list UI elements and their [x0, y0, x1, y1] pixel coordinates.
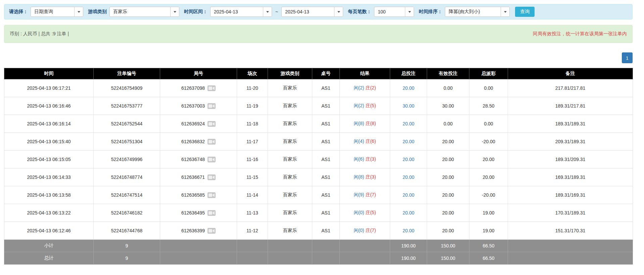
- cell-valid-bet: 0.00: [427, 115, 469, 133]
- total-row-label: 总计: [4, 252, 94, 265]
- chevron-down-icon[interactable]: [263, 7, 272, 16]
- table-body: 2025-04-13 06:17:21522416754909612637098…: [4, 79, 633, 265]
- cell-payout: 20.00: [469, 168, 508, 186]
- total-bet-link[interactable]: 20.00: [403, 85, 414, 91]
- cell-round: 612637098: [160, 79, 237, 97]
- query-type-select[interactable]: 日期查询: [31, 7, 83, 17]
- total-bet-link[interactable]: 30.00: [403, 103, 414, 109]
- cell-round: 612636399: [160, 222, 237, 240]
- time-range-label: 时间区间：: [184, 9, 208, 15]
- query-button[interactable]: 查询: [515, 7, 535, 17]
- date-from-value: 2025-04-13: [211, 9, 241, 14]
- player-result: 闲(2): [354, 85, 364, 90]
- cell-table-no: AS1: [312, 186, 340, 204]
- player-result: 闲(8): [354, 121, 364, 126]
- total-row-result: [340, 252, 390, 265]
- cell-remark: 189.31/209.31: [508, 151, 633, 168]
- round-number: 612636671: [181, 174, 205, 180]
- date-from-picker[interactable]: 2025-04-13: [210, 7, 272, 17]
- subtotal-row-label: 小计: [4, 240, 94, 252]
- cell-time: 2025-04-13 06:17:21: [4, 79, 94, 97]
- cell-result: 闲(0) 庄(7): [340, 222, 390, 240]
- video-replay-icon[interactable]: [208, 103, 216, 109]
- banker-result: 庄(5): [365, 103, 376, 108]
- column-header-time: 时间: [4, 68, 94, 79]
- chevron-down-icon[interactable]: [74, 7, 83, 16]
- chevron-down-icon[interactable]: [405, 7, 414, 16]
- game-type-value: 百家乐: [110, 9, 131, 15]
- video-replay-icon[interactable]: [208, 228, 216, 234]
- banker-result: 庄(7): [365, 228, 376, 233]
- cell-session: 11-14: [237, 186, 268, 204]
- table-row: 2025-04-13 06:17:21522416754909612637098…: [4, 79, 633, 97]
- total-bet-link[interactable]: 20.00: [403, 192, 414, 198]
- table-row: 2025-04-13 06:16:14522416752544612636924…: [4, 115, 633, 133]
- cell-session: 11-20: [237, 79, 268, 97]
- time-sort-select[interactable]: 降冪(由大到小): [445, 7, 510, 17]
- chevron-down-icon[interactable]: [501, 7, 509, 16]
- chevron-down-icon[interactable]: [170, 7, 179, 16]
- cell-result: 闲(4) 庄(6): [340, 133, 390, 151]
- sort-label: 时间排序：: [419, 9, 442, 15]
- player-result: 闲(2): [354, 103, 364, 108]
- cell-round: 612636671: [160, 168, 237, 186]
- table-row: 2025-04-13 06:15:05522416749996612636748…: [4, 151, 633, 168]
- cell-payout: 28.50: [469, 97, 508, 115]
- total-bet-link[interactable]: 20.00: [403, 157, 414, 162]
- total-bet-link[interactable]: 20.00: [403, 121, 414, 126]
- page-size-label: 每页笔数：: [348, 9, 371, 15]
- filter-bar: 请选择： 日期查询 游戏类别 百家乐 时间区间： 2025-04-13 ~ 20…: [4, 4, 633, 19]
- cell-table-no: AS1: [312, 97, 340, 115]
- total-bet-link[interactable]: 20.00: [403, 228, 414, 233]
- cell-game-type: 百家乐: [268, 115, 312, 133]
- video-replay-icon[interactable]: [208, 85, 216, 91]
- cell-valid-bet: 20.00: [427, 151, 469, 168]
- cell-bet-id: 522416747514: [94, 186, 160, 204]
- cell-total-bet: 20.00: [390, 186, 427, 204]
- cell-payout: 19.00: [469, 222, 508, 240]
- cell-total-bet: 20.00: [390, 204, 427, 222]
- cell-remark: 189.31/217.81: [508, 97, 633, 115]
- chevron-down-icon[interactable]: [334, 7, 343, 16]
- cell-payout: 19.00: [469, 204, 508, 222]
- date-to-picker[interactable]: 2025-04-13: [281, 7, 343, 17]
- cell-valid-bet: 0.00: [427, 79, 469, 97]
- cell-game-type: 百家乐: [268, 168, 312, 186]
- game-type-select[interactable]: 百家乐: [109, 7, 179, 17]
- cell-table-no: AS1: [312, 133, 340, 151]
- cell-game-type: 百家乐: [268, 97, 312, 115]
- cell-bet-id: 522416751304: [94, 133, 160, 151]
- page-size-select[interactable]: 100: [374, 7, 414, 17]
- cell-bet-id: 522416754909: [94, 79, 160, 97]
- video-replay-icon[interactable]: [208, 210, 216, 216]
- column-header-table-no: 桌号: [312, 68, 340, 79]
- video-replay-icon[interactable]: [208, 174, 216, 180]
- total-bet-link[interactable]: 20.00: [403, 210, 414, 215]
- date-to-value: 2025-04-13: [282, 9, 313, 14]
- page-button-1[interactable]: 1: [622, 52, 633, 63]
- video-replay-icon[interactable]: [208, 192, 216, 198]
- cell-session: 11-18: [237, 115, 268, 133]
- total-bet-link[interactable]: 20.00: [403, 174, 414, 180]
- subtotal-row-result: [340, 240, 390, 252]
- total-bet-link[interactable]: 20.00: [403, 139, 414, 144]
- video-replay-icon[interactable]: [208, 121, 216, 127]
- total-row-session: [237, 252, 268, 265]
- cell-table-no: AS1: [312, 115, 340, 133]
- cell-result: 闲(9) 庄(7): [340, 186, 390, 204]
- cell-remark: 170.31/189.31: [508, 204, 633, 222]
- video-replay-icon[interactable]: [208, 139, 216, 145]
- cell-bet-id: 522416744768: [94, 222, 160, 240]
- player-result: 闲(9): [354, 192, 364, 197]
- video-replay-icon[interactable]: [208, 157, 216, 162]
- cell-time: 2025-04-13 06:14:33: [4, 168, 94, 186]
- round-number: 612636748: [181, 157, 205, 162]
- cell-bet-id: 522416748774: [94, 168, 160, 186]
- player-result: 闲(6): [354, 156, 364, 162]
- cell-result: 闲(0) 庄(5): [340, 204, 390, 222]
- table-row: 2025-04-13 06:14:33522416748774612636671…: [4, 168, 633, 186]
- cell-time: 2025-04-13 06:16:46: [4, 97, 94, 115]
- cell-game-type: 百家乐: [268, 222, 312, 240]
- cell-table-no: AS1: [312, 79, 340, 97]
- cell-time: 2025-04-13 06:16:14: [4, 115, 94, 133]
